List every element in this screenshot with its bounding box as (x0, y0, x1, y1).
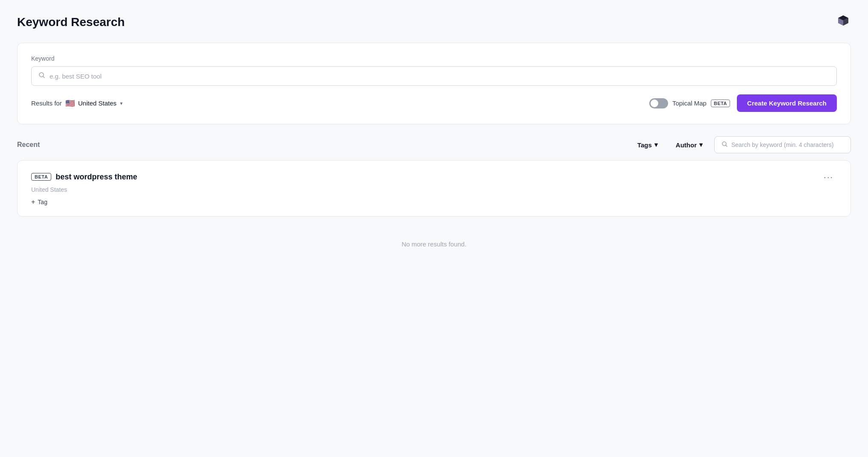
no-results-text: No more results found. (17, 223, 851, 265)
filters-row: Recent Tags ▾ Author ▾ (17, 136, 851, 153)
right-controls: Topical Map BETA Create Keyword Research (649, 94, 837, 112)
author-dropdown[interactable]: Author ▾ (669, 137, 709, 152)
result-beta-badge: BETA (31, 173, 51, 181)
author-label: Author (676, 141, 697, 149)
page-header: Keyword Research (17, 14, 851, 31)
app-logo-icon (836, 14, 851, 31)
search-filter-icon (721, 141, 728, 149)
topical-map-label: Topical Map (672, 100, 707, 107)
country-name: United States (78, 100, 117, 107)
filter-controls: Tags ▾ Author ▾ (631, 136, 851, 153)
results-for[interactable]: Results for 🇺🇸 United States ▾ (31, 99, 123, 108)
result-title: best wordpress theme (56, 173, 137, 182)
table-row: BETA best wordpress theme ··· United Sta… (17, 160, 851, 217)
author-chevron-icon: ▾ (699, 141, 703, 149)
keyword-label: Keyword (31, 55, 837, 62)
add-tag-plus-icon: + (31, 198, 35, 206)
topical-map-beta-badge: BETA (711, 100, 730, 107)
tags-label: Tags (637, 141, 652, 149)
search-filter-wrapper (714, 136, 851, 153)
result-card-header: BETA best wordpress theme ··· (31, 171, 837, 183)
search-footer: Results for 🇺🇸 United States ▾ Topical M… (31, 94, 837, 112)
country-flag: 🇺🇸 (65, 99, 75, 108)
search-card: Keyword Results for 🇺🇸 United States ▾ T… (17, 43, 851, 124)
topical-map-toggle[interactable] (649, 98, 668, 108)
topical-map-group: Topical Map BETA (649, 98, 730, 108)
add-tag-label: Tag (38, 199, 47, 205)
create-keyword-research-button[interactable]: Create Keyword Research (737, 94, 837, 112)
keyword-input[interactable] (50, 73, 830, 80)
keyword-filter-input[interactable] (731, 141, 844, 148)
result-country: United States (31, 186, 837, 193)
keyword-search-icon (38, 72, 45, 80)
recent-label: Recent (17, 141, 40, 149)
page-title: Keyword Research (17, 15, 125, 29)
result-title-group: BETA best wordpress theme (31, 173, 137, 182)
tags-dropdown[interactable]: Tags ▾ (631, 137, 664, 152)
keyword-input-wrapper (31, 66, 837, 86)
country-chevron-icon: ▾ (120, 100, 123, 106)
more-menu-button[interactable]: ··· (820, 171, 837, 183)
toggle-slider (649, 98, 668, 108)
results-list: BETA best wordpress theme ··· United Sta… (17, 160, 851, 217)
results-for-text: Results for (31, 100, 62, 107)
add-tag-button[interactable]: + Tag (31, 198, 47, 206)
tags-chevron-icon: ▾ (654, 141, 658, 149)
